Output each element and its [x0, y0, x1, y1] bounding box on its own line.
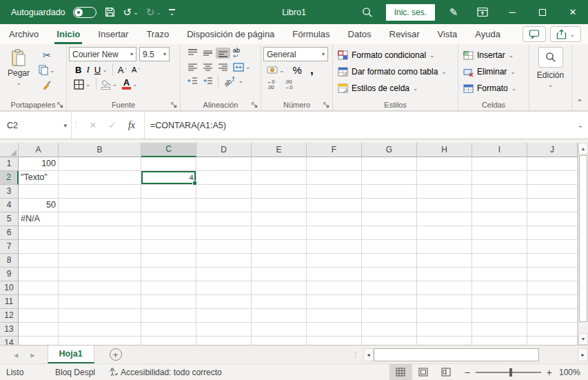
cell-A2[interactable]: "Texto" [19, 171, 59, 185]
cell-H11[interactable] [417, 295, 472, 309]
scroll-up-button[interactable]: ▲ [578, 143, 588, 154]
cell-H6[interactable] [417, 226, 472, 240]
cell-J9[interactable] [527, 268, 578, 281]
increase-decimal-button[interactable]: ←0.00 [265, 79, 277, 90]
orientation-button[interactable]: ab➚⌄ [221, 77, 245, 86]
cell-G8[interactable] [362, 254, 417, 268]
increase-font-button[interactable]: Aˆ [116, 64, 129, 76]
cell-J14[interactable] [527, 337, 578, 345]
column-header-A[interactable]: A [19, 143, 59, 157]
font-color-button[interactable]: A ⌄ [120, 79, 140, 90]
cell-G11[interactable] [362, 295, 417, 309]
cell-C11[interactable] [141, 295, 196, 309]
cell-A1[interactable]: 100 [19, 157, 59, 171]
row-header-3[interactable]: 3 [0, 185, 19, 199]
cell-B4[interactable] [59, 199, 141, 212]
cell-J2[interactable] [527, 171, 578, 185]
cell-A12[interactable] [19, 309, 59, 323]
column-header-I[interactable]: I [472, 143, 527, 157]
cell-B12[interactable] [59, 309, 141, 323]
format-cells-button[interactable]: Formato ⌄ [460, 80, 519, 97]
cell-J3[interactable] [527, 185, 578, 199]
tab-insertar[interactable]: Insertar [89, 24, 137, 44]
decrease-decimal-button[interactable]: .00→0 [283, 79, 295, 90]
cell-B9[interactable] [59, 268, 141, 281]
cell-G14[interactable] [362, 337, 417, 345]
cell-H5[interactable] [417, 212, 472, 226]
cell-J8[interactable] [527, 254, 578, 268]
cell-E11[interactable] [252, 295, 307, 309]
tab-trazo[interactable]: Trazo [137, 24, 178, 44]
cell-G1[interactable] [362, 157, 417, 171]
cell-E7[interactable] [252, 240, 307, 254]
row-header-9[interactable]: 9 [0, 268, 19, 281]
cell-F6[interactable] [307, 226, 362, 240]
tab-archivo[interactable]: Archivo [0, 24, 48, 44]
cell-B5[interactable] [59, 212, 141, 226]
tab-disposición-de-página[interactable]: Disposición de página [178, 24, 283, 44]
cell-G5[interactable] [362, 212, 417, 226]
cut-button[interactable]: ✂ [37, 49, 57, 61]
ink-pen-button[interactable]: ✎ [439, 0, 468, 24]
cell-F8[interactable] [307, 254, 362, 268]
cell-H14[interactable] [417, 337, 472, 345]
cell-F3[interactable] [307, 185, 362, 199]
save-button[interactable] [104, 6, 116, 18]
column-header-F[interactable]: F [307, 143, 362, 157]
cell-J11[interactable] [527, 295, 578, 309]
sheet-tab-hoja1[interactable]: Hoja1 [48, 346, 94, 363]
accessibility-status-button[interactable]: Accesibilidad: todo correcto [102, 368, 229, 377]
cell-E1[interactable] [252, 157, 307, 171]
align-right-button[interactable] [216, 61, 230, 72]
cell-H4[interactable] [417, 199, 472, 212]
cell-H7[interactable] [417, 240, 472, 254]
new-sheet-button[interactable]: + [110, 348, 122, 361]
find-select-button[interactable] [538, 47, 563, 68]
cell-C4[interactable] [141, 199, 196, 212]
cell-A6[interactable] [19, 226, 59, 240]
formula-bar-handle[interactable]: ⋮ [71, 112, 81, 139]
close-button[interactable]: ✕ [558, 0, 588, 24]
comments-button[interactable] [523, 26, 546, 42]
cell-J13[interactable] [527, 323, 578, 337]
cell-A4[interactable]: 50 [19, 199, 59, 212]
row-header-2[interactable]: 2 [0, 171, 19, 185]
cell-B8[interactable] [59, 254, 141, 268]
sheet-nav-left-icon[interactable]: ◂ [14, 350, 18, 360]
select-all-corner[interactable] [0, 143, 19, 157]
cell-C5[interactable] [141, 212, 196, 226]
cell-G4[interactable] [362, 199, 417, 212]
cell-A8[interactable] [19, 254, 59, 268]
column-header-H[interactable]: H [417, 143, 472, 157]
tab-vista[interactable]: Vista [429, 24, 467, 44]
cell-C7[interactable] [141, 240, 196, 254]
cell-D5[interactable] [196, 212, 252, 226]
cell-C1[interactable] [141, 157, 196, 171]
number-format-combo[interactable]: General▾ [263, 47, 328, 61]
cell-I3[interactable] [472, 185, 527, 199]
cell-G10[interactable] [362, 281, 417, 295]
cell-C9[interactable] [141, 268, 196, 281]
cell-D7[interactable] [196, 240, 252, 254]
page-layout-view-button[interactable] [412, 364, 435, 380]
cell-D14[interactable] [196, 337, 252, 345]
cancel-button[interactable]: ✕ [83, 120, 103, 130]
cell-H12[interactable] [417, 309, 472, 323]
normal-view-button[interactable] [389, 364, 412, 380]
align-left-button[interactable] [185, 61, 200, 72]
search-button[interactable] [353, 0, 382, 24]
format-painter-button[interactable] [37, 79, 57, 90]
cell-C8[interactable] [141, 254, 196, 268]
cell-I7[interactable] [472, 240, 527, 254]
cell-H10[interactable] [417, 281, 472, 295]
expand-formula-bar-button[interactable]: ⌄ [573, 112, 588, 139]
cell-J5[interactable] [527, 212, 578, 226]
delete-cells-button[interactable]: Eliminar ⌄ [460, 63, 518, 80]
cell-I11[interactable] [472, 295, 527, 309]
cell-I8[interactable] [472, 254, 527, 268]
cell-C10[interactable] [141, 281, 196, 295]
cell-A7[interactable] [19, 240, 59, 254]
column-header-B[interactable]: B [59, 143, 141, 157]
cell-D9[interactable] [196, 268, 252, 281]
scroll-right-button[interactable]: ▸ [578, 348, 588, 361]
